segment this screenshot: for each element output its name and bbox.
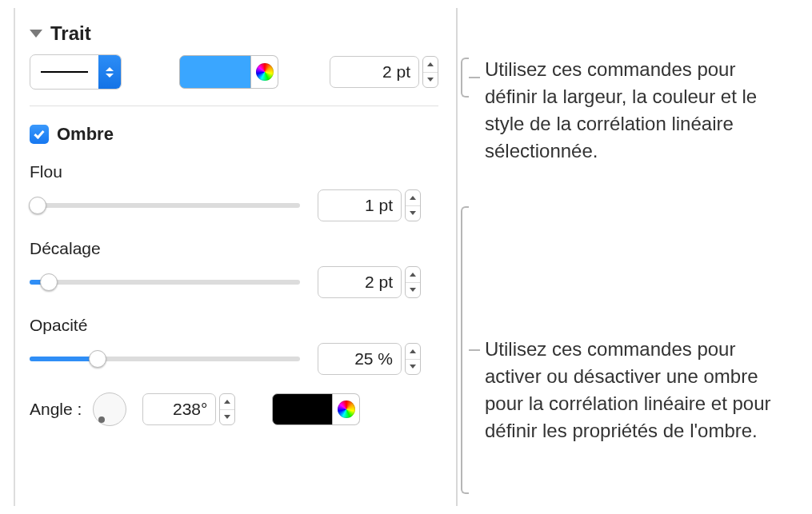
stroke-color-picker-button[interactable] — [251, 55, 278, 89]
checkmark-icon — [34, 128, 44, 139]
chevron-down-icon — [410, 211, 416, 215]
callout-bracket-ombre — [461, 206, 469, 494]
callout-leader-ombre — [469, 349, 480, 351]
shadow-color-field — [272, 393, 360, 425]
slider-thumb[interactable] — [29, 197, 46, 214]
offset-slider[interactable] — [30, 274, 300, 290]
blur-label: Flou — [30, 162, 438, 181]
stepper-up[interactable] — [406, 344, 420, 360]
opacity-stepper[interactable] — [405, 343, 421, 375]
color-wheel-icon — [256, 63, 274, 81]
chevron-down-icon — [410, 288, 416, 292]
chevron-up-icon — [410, 196, 416, 200]
callouts-layer: Utilisez ces commandes pour définir la l… — [458, 0, 804, 514]
stroke-width-input[interactable] — [330, 56, 419, 88]
shadow-checkbox[interactable] — [30, 125, 49, 144]
chevron-down-icon — [224, 415, 230, 419]
stroke-width-field — [330, 56, 438, 88]
shadow-title: Ombre — [57, 124, 114, 145]
stepper-up[interactable] — [423, 57, 438, 73]
chevron-up-icon — [410, 273, 416, 277]
line-style-popup[interactable] — [30, 54, 122, 90]
opacity-input[interactable] — [318, 343, 402, 375]
chevron-up-icon — [410, 349, 416, 353]
angle-control: Angle : — [30, 392, 438, 426]
opacity-control: Opacité — [30, 316, 438, 375]
format-inspector-panel: Trait — [14, 8, 458, 506]
callout-bracket-trait — [461, 58, 469, 98]
stroke-color-well[interactable] — [179, 55, 251, 89]
shadow-checkbox-row: Ombre — [30, 124, 438, 145]
angle-dial-dot-icon — [98, 416, 105, 423]
stepper-down[interactable] — [406, 360, 420, 375]
stroke-width-stepper[interactable] — [422, 56, 438, 88]
opacity-label: Opacité — [30, 316, 438, 335]
color-wheel-icon — [338, 400, 355, 418]
blur-control: Flou — [30, 162, 438, 221]
angle-dial[interactable] — [93, 392, 126, 426]
shadow-color-well[interactable] — [272, 393, 333, 425]
stepper-down[interactable] — [406, 283, 420, 298]
trait-title: Trait — [50, 22, 91, 45]
opacity-slider[interactable] — [30, 351, 300, 367]
offset-input[interactable] — [318, 266, 402, 298]
solid-line-icon — [41, 71, 89, 73]
stepper-up[interactable] — [220, 394, 234, 410]
popup-arrows-icon — [98, 55, 121, 89]
offset-stepper[interactable] — [405, 266, 421, 298]
offset-control: Décalage — [30, 239, 438, 298]
blur-input[interactable] — [318, 189, 402, 221]
blur-stepper[interactable] — [405, 189, 421, 221]
chevron-down-icon — [427, 78, 434, 82]
chevron-up-icon — [224, 400, 230, 404]
line-style-preview — [30, 55, 98, 89]
stroke-color-field — [179, 55, 278, 89]
callout-leader-trait — [469, 77, 480, 78]
chevron-up-icon — [427, 62, 434, 66]
stepper-down[interactable] — [423, 73, 438, 88]
angle-label: Angle : — [30, 400, 82, 419]
blur-slider[interactable] — [30, 197, 300, 213]
disclosure-triangle-icon — [30, 30, 42, 38]
angle-stepper[interactable] — [219, 393, 235, 425]
chevron-down-icon — [410, 365, 416, 369]
slider-thumb[interactable] — [40, 273, 58, 291]
trait-section-header[interactable]: Trait — [30, 22, 438, 45]
callout-text-trait: Utilisez ces commandes pour définir la l… — [485, 56, 789, 165]
trait-controls-row — [30, 54, 438, 90]
section-divider — [30, 106, 438, 106]
stepper-down[interactable] — [220, 410, 234, 425]
stepper-down[interactable] — [406, 206, 420, 221]
slider-thumb[interactable] — [89, 350, 106, 368]
stepper-up[interactable] — [406, 190, 420, 206]
stepper-up[interactable] — [406, 267, 420, 283]
shadow-color-picker-button[interactable] — [333, 393, 360, 425]
callout-text-ombre: Utilisez ces commandes pour activer ou d… — [485, 336, 789, 444]
angle-input[interactable] — [142, 393, 216, 425]
offset-label: Décalage — [30, 239, 438, 258]
